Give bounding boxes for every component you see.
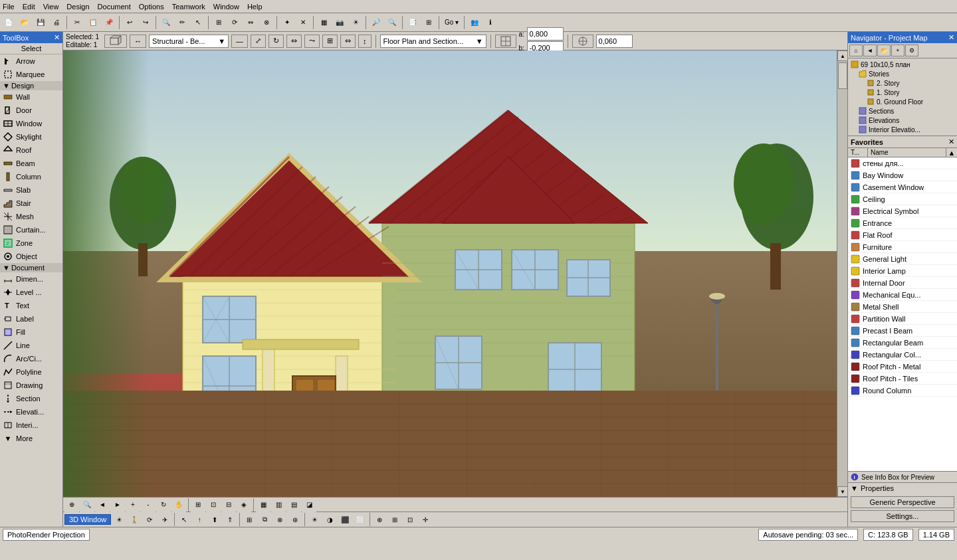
tool-drawing[interactable]: Drawing — [0, 379, 62, 392]
view-cam-btn[interactable]: 📷 — [332, 15, 347, 30]
find-btn[interactable]: 🔍 — [159, 15, 173, 30]
paste-btn[interactable]: 📌 — [102, 15, 116, 30]
menu-teamwork[interactable]: Teamwork — [172, 3, 205, 11]
fav-item-6[interactable]: Flat Roof — [848, 229, 957, 241]
toolbox-close-icon[interactable]: ✕ — [54, 33, 60, 42]
walk-btn[interactable]: 🚶 — [127, 512, 142, 527]
tool-level[interactable]: Level ... — [0, 286, 62, 299]
goto-btn[interactable]: Go ▾ — [442, 15, 461, 30]
fav-item-4[interactable]: Electrical Symbol — [848, 205, 957, 217]
menu-edit[interactable]: Edit — [23, 3, 35, 11]
snap3-btn[interactable]: ⊡ — [403, 512, 417, 527]
fav-item-14[interactable]: Precast I Beam — [848, 325, 957, 337]
cut-btn[interactable]: ✂ — [70, 15, 84, 30]
tool-curtain[interactable]: Curtain... — [0, 223, 62, 236]
nav-story-2[interactable]: 2. Story — [849, 78, 956, 88]
nav-settings[interactable]: ⚙ — [905, 45, 918, 56]
snap-btn[interactable] — [572, 35, 593, 48]
tool-text[interactable]: T Text — [0, 299, 62, 312]
new-btn[interactable]: 📄 — [1, 15, 16, 30]
nav-interior-elev[interactable]: Interior Elevatio... — [849, 125, 956, 134]
tool-elevation[interactable]: Elevati... — [0, 405, 62, 419]
tool-wall[interactable]: Wall — [0, 90, 62, 104]
fav-item-12[interactable]: Metal Shell — [848, 301, 957, 313]
fav-item-17[interactable]: Roof Pitch - Metal — [848, 361, 957, 373]
save-btn[interactable]: 💾 — [33, 15, 48, 30]
wire-btn[interactable]: ⬜ — [353, 512, 368, 527]
teamwork-btn[interactable]: 👥 — [467, 15, 482, 30]
bt-select2[interactable]: ⊡ — [206, 498, 221, 512]
bt-zoom-fit[interactable]: 🔍 — [80, 498, 94, 512]
bt-zoom-prev[interactable]: ◄ — [95, 498, 110, 512]
menu-document[interactable]: Document — [98, 3, 131, 11]
fav-item-16[interactable]: Rectangular Col... — [848, 349, 957, 361]
tool-interior[interactable]: Interi... — [0, 419, 62, 432]
coord-settings-btn[interactable] — [495, 35, 516, 48]
bt-zoom-in[interactable]: + — [126, 498, 140, 512]
tool-skylight[interactable]: Skylight — [0, 130, 62, 143]
bt-zoom-all[interactable]: ⊕ — [64, 498, 79, 512]
toolbox-select[interactable]: Select — [0, 43, 62, 54]
texture-btn[interactable]: ⬛ — [338, 512, 352, 527]
fav-item-2[interactable]: Casement Window — [848, 181, 957, 193]
cursor-btn[interactable]: ↖ — [191, 15, 205, 30]
fav-item-3[interactable]: Ceiling — [848, 193, 957, 205]
tool-object[interactable]: Object — [0, 250, 62, 263]
bt-pan[interactable]: ✋ — [171, 498, 186, 512]
menu-help[interactable]: Help — [247, 3, 263, 11]
orbit-btn[interactable]: ⟳ — [142, 512, 157, 527]
fav-item-1[interactable]: Bay Window — [848, 169, 957, 181]
settings-btn[interactable]: Settings... — [851, 510, 954, 522]
tool-window[interactable]: Window — [0, 117, 62, 130]
fav-item-19[interactable]: Round Column — [848, 385, 957, 397]
floor-plan-dropdown[interactable]: Floor Plan and Section... ▼ — [380, 35, 486, 48]
nav-new-view[interactable]: + — [891, 45, 904, 56]
vertical-scrollbar[interactable]: ▲ ▼ — [837, 50, 847, 497]
3d-view-btn[interactable] — [104, 35, 127, 48]
shadow-btn[interactable]: ◑ — [322, 512, 337, 527]
tool-slab[interactable]: Slab — [0, 183, 62, 197]
bt-select1[interactable]: ⊞ — [191, 498, 205, 512]
favorites-footer[interactable]: i See Info Box for Preview — [848, 471, 957, 482]
dash-btn[interactable]: — — [231, 35, 248, 48]
zoom-in-btn[interactable]: 🔎 — [369, 15, 383, 30]
fav-item-15[interactable]: Rectangular Beam — [848, 337, 957, 349]
fly2-btn[interactable]: ⬆ — [207, 512, 222, 527]
bt-orbit[interactable]: ↻ — [156, 498, 171, 512]
fav-item-7[interactable]: Furniture — [848, 241, 957, 253]
generic-perspective-btn[interactable]: Generic Perspective — [851, 496, 954, 508]
tool-roof[interactable]: Roof — [0, 143, 62, 157]
jump-btn[interactable]: ⇑ — [223, 512, 237, 527]
move-btn[interactable]: ↕ — [358, 35, 372, 48]
bt-display3[interactable]: ▤ — [286, 498, 301, 512]
section-document[interactable]: ▼ Document — [0, 263, 62, 272]
fav-item-13[interactable]: Partition Wall — [848, 313, 957, 325]
section-design[interactable]: ▼ Design — [0, 81, 62, 90]
mirror2-btn[interactable]: ⤳ — [304, 35, 320, 48]
copy-btn[interactable]: 📋 — [86, 15, 100, 30]
menu-design[interactable]: Design — [66, 3, 89, 11]
scroll-up-btn[interactable]: ▲ — [837, 50, 848, 61]
close-btn[interactable]: ✕ — [296, 15, 310, 30]
layer2-btn[interactable]: ⊞ — [242, 512, 257, 527]
pencil-btn[interactable]: ✏ — [175, 15, 189, 30]
mirror-btn[interactable]: ⇔ — [243, 15, 258, 30]
sun2-btn[interactable]: ☀ — [307, 512, 322, 527]
zoom-fit-btn[interactable]: ⊞ — [322, 35, 338, 48]
tool-marquee[interactable]: Marquee — [0, 68, 62, 81]
2d-view-btn[interactable]: ↔ — [130, 35, 146, 48]
tool-stair[interactable]: Stair — [0, 197, 62, 210]
fly-btn[interactable]: ✈ — [158, 512, 172, 527]
nav-sections[interactable]: Sections — [849, 106, 956, 116]
tool-column[interactable]: Column — [0, 170, 62, 183]
view-2d-btn[interactable]: ▦ — [316, 15, 331, 30]
grid-btn[interactable]: ⊞ — [421, 15, 436, 30]
tool-fill[interactable]: Fill — [0, 326, 62, 339]
cutplane-btn[interactable]: ⊗ — [272, 512, 287, 527]
layers-btn[interactable]: 📑 — [405, 15, 420, 30]
render-btn[interactable]: ☀ — [112, 512, 126, 527]
link-btn[interactable]: ⇔ — [340, 35, 356, 48]
tool-beam[interactable]: Beam — [0, 157, 62, 170]
nav-folder-open[interactable]: 📂 — [877, 45, 891, 56]
fav-item-10[interactable]: Internal Door — [848, 277, 957, 289]
